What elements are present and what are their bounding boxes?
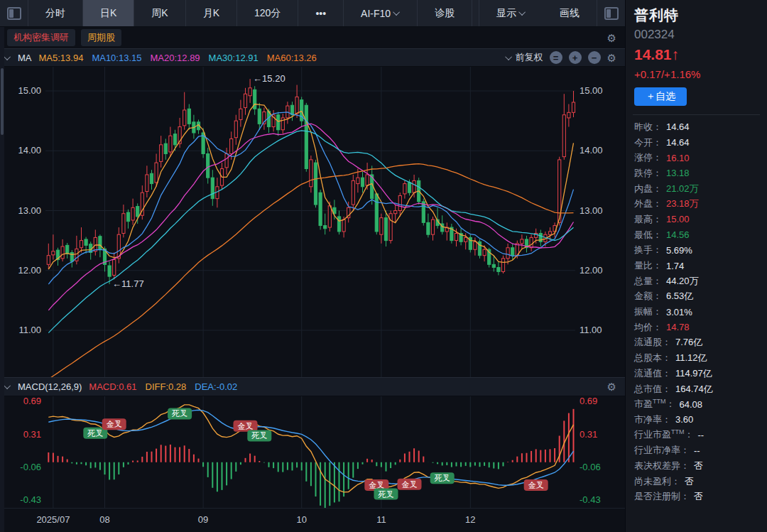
legend-value: MACD:0.61 [89, 381, 136, 392]
svg-text:13.00: 13.00 [18, 205, 41, 216]
macd-legend-values: MACD:0.61DIFF:0.28DEA:-0.02 [89, 381, 237, 392]
svg-text:-0.43: -0.43 [580, 494, 601, 505]
svg-text:12.00: 12.00 [580, 265, 603, 276]
stat-row-内盘: 内盘：21.02万 [634, 181, 760, 197]
svg-text:死叉: 死叉 [434, 474, 450, 482]
scale-reset-button[interactable]: = [550, 51, 562, 64]
period-toolbar: 分时日K周K月K120分•••AI-F10诊股 显示画线 [0, 0, 625, 27]
svg-text:金叉: 金叉 [107, 420, 122, 428]
svg-text:14.00: 14.00 [18, 145, 41, 156]
chevron-down-icon [393, 9, 400, 16]
ma-row-controls: 前复权 = + − ⚙ [507, 51, 616, 64]
stat-row-市盈: 市盈TTM：64.08 [634, 396, 760, 412]
tab-周K[interactable]: 周K [134, 0, 185, 26]
svg-text:0.31: 0.31 [23, 429, 41, 440]
tag-cyclical[interactable]: 周期股 [81, 29, 121, 46]
stock-name: 普利特 [634, 6, 760, 25]
ma-legend-values: MA5:13.94MA10:13.15MA20:12.89MA30:12.91M… [39, 53, 317, 63]
stat-row-今开: 今开：14.64 [634, 135, 760, 151]
svg-text:11.00: 11.00 [18, 325, 41, 335]
stat-row-均价: 均价：14.78 [634, 320, 760, 335]
tab-•••[interactable]: ••• [298, 0, 344, 26]
stat-row-跌停: 跌停：13.18 [634, 165, 760, 181]
svg-text:11.00: 11.00 [580, 325, 602, 335]
svg-text:死叉: 死叉 [87, 429, 103, 438]
svg-text:0.69: 0.69 [580, 396, 597, 406]
tab-画线[interactable]: 画线 [543, 0, 597, 26]
macd-legend-row: MACD(12,26,9) MACD:0.61DIFF:0.28DEA:-0.0… [0, 377, 625, 396]
svg-text:金叉: 金叉 [402, 480, 418, 489]
svg-text:13.00: 13.00 [580, 205, 603, 216]
stat-row-是否注册制: 是否注册制：否 [634, 489, 760, 505]
gear-icon[interactable]: ⚙ [607, 381, 616, 392]
stat-row-最高: 最高：15.00 [634, 212, 760, 227]
candlestick-svg: 15.0015.0014.0014.0013.0013.0012.0012.00… [0, 67, 625, 377]
svg-text:死叉: 死叉 [251, 431, 267, 440]
sidebar-divider [633, 114, 760, 115]
x-axis-label: 2025/07 [36, 514, 70, 525]
legend-value: MA20:12.89 [150, 53, 200, 63]
svg-text:死叉: 死叉 [171, 409, 187, 418]
ma-legend-row: MA MA5:13.94MA10:13.15MA20:12.89MA30:12.… [0, 48, 625, 67]
zoom-in-button[interactable]: + [569, 51, 582, 64]
stock-tag-row: 机构密集调研 周期股 ⚙ [0, 27, 625, 48]
stat-row-金额: 金额：6.53亿 [634, 289, 760, 305]
adjust-mode-dropdown[interactable]: 前复权 [507, 51, 543, 64]
tab-120分[interactable]: 120分 [237, 0, 298, 26]
legend-value: MA60:13.26 [267, 53, 317, 63]
legend-value: DIFF:0.28 [146, 381, 187, 392]
macd-chart[interactable]: 0.690.690.310.31-0.06-0.06-0.43-0.43死叉金叉… [0, 396, 625, 508]
add-watchlist-button[interactable]: ＋自选 [634, 87, 687, 106]
svg-text:死叉: 死叉 [378, 490, 394, 499]
toolbar-spacer [472, 0, 479, 26]
panel-icon [604, 7, 619, 20]
stat-row-行业市净率: 行业市净率：-- [634, 443, 760, 458]
tab-诊股[interactable]: 诊股 [418, 0, 472, 26]
svg-text:金叉: 金叉 [528, 481, 544, 489]
time-axis: 2025/070809101112 [0, 508, 625, 532]
x-axis-label: 09 [198, 514, 208, 525]
tab-AI-F10[interactable]: AI-F10 [344, 0, 418, 26]
legend-value: MA30:12.91 [209, 53, 259, 63]
svg-text:金叉: 金叉 [238, 422, 254, 430]
svg-text:-0.06: -0.06 [20, 462, 41, 472]
svg-text:←15.20: ←15.20 [253, 73, 285, 84]
gear-icon[interactable]: ⚙ [607, 53, 616, 63]
candlestick-chart[interactable]: 15.0015.0014.0014.0013.0013.0012.0012.00… [0, 67, 625, 377]
tab-日K[interactable]: 日K [83, 0, 134, 26]
right-panel-toggle-button[interactable] [597, 0, 625, 26]
stock-price: 14.81↑ [634, 46, 760, 63]
svg-text:14.00: 14.00 [580, 145, 603, 156]
svg-text:15.00: 15.00 [18, 85, 41, 96]
svg-text:0.31: 0.31 [580, 429, 597, 440]
stat-row-尚未盈利: 尚未盈利：否 [634, 474, 760, 489]
stat-row-量比: 量比：1.74 [634, 258, 760, 273]
left-scroll-rail[interactable] [0, 27, 4, 532]
svg-text:←11.77: ←11.77 [112, 278, 144, 289]
stat-row-振幅: 振幅：3.01% [634, 304, 760, 320]
tab-月K[interactable]: 月K [186, 0, 237, 26]
stat-row-昨收: 昨收：14.64 [634, 119, 760, 135]
svg-text:0.69: 0.69 [23, 396, 41, 406]
left-panel-toggle-button[interactable] [0, 0, 28, 26]
stat-row-流通股: 流通股：7.76亿 [634, 335, 760, 351]
quote-sidebar: 普利特 002324 14.81↑ +0.17/+1.16% ＋自选 昨收：14… [625, 0, 767, 532]
legend-value: MA5:13.94 [39, 53, 84, 63]
chevron-down-icon [505, 53, 512, 60]
stat-row-行业市盈: 行业市盈TTM：-- [634, 428, 760, 443]
chevron-down-icon[interactable] [4, 53, 11, 60]
scroll-thumb[interactable] [1, 68, 4, 135]
chevron-down-icon[interactable] [4, 382, 11, 389]
zoom-out-button[interactable]: − [588, 51, 601, 64]
tab-分时[interactable]: 分时 [28, 0, 83, 26]
svg-text:15.00: 15.00 [580, 85, 603, 96]
legend-value: DEA:-0.02 [195, 381, 237, 392]
stat-row-总股本: 总股本：11.12亿 [634, 350, 760, 366]
tag-institution[interactable]: 机构密集调研 [7, 29, 75, 46]
macd-svg: 0.690.690.310.31-0.06-0.06-0.43-0.43死叉金叉… [0, 396, 625, 508]
gear-icon[interactable]: ⚙ [607, 33, 616, 43]
tab-显示[interactable]: 显示 [479, 0, 543, 26]
stock-code: 002324 [634, 28, 760, 42]
svg-text:金叉: 金叉 [369, 481, 384, 489]
stat-row-外盘: 外盘：23.18万 [634, 196, 760, 212]
